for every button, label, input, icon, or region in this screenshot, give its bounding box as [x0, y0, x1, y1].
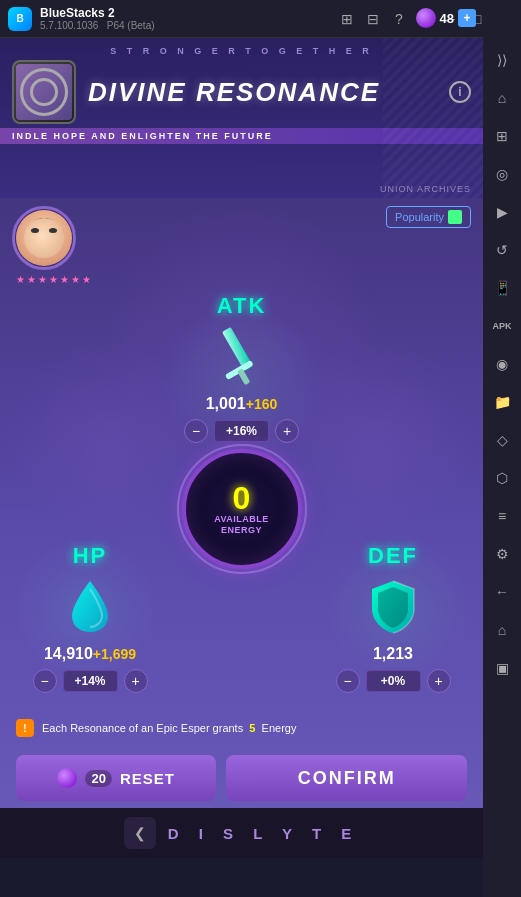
stats-area: ATK	[0, 293, 483, 713]
atk-increase-button[interactable]: +	[275, 419, 299, 443]
sidebar-location-icon[interactable]: ⬡	[487, 463, 517, 493]
app-version: 5.7.100.1036 P64 (Beta)	[40, 20, 337, 31]
warning-icon: !	[16, 719, 34, 737]
sidebar-play-icon[interactable]: ▶	[487, 197, 517, 227]
atk-label: ATK	[162, 293, 322, 319]
gem-icon	[416, 8, 436, 28]
atk-percent: +16%	[214, 420, 269, 442]
def-percent: +0%	[366, 670, 421, 692]
info-button[interactable]: i	[449, 81, 471, 103]
def-value: 1,213	[323, 645, 463, 663]
sidebar-expand-icon[interactable]: ⟩⟩	[487, 45, 517, 75]
energy-ring: 0 AVAILABLE ENERGY	[182, 449, 302, 569]
sidebar-folder-icon[interactable]: 📁	[487, 387, 517, 417]
popularity-indicator	[448, 210, 462, 224]
sidebar-layers-icon[interactable]: ≡	[487, 501, 517, 531]
character-section: ★ ★ ★ ★ ★ ★ ★ Popularity	[0, 198, 483, 293]
bottom-nav: ❮ D I S L Y T E	[0, 808, 483, 858]
notice-highlight: 5	[249, 722, 255, 734]
hp-stat: HP 14,910+1,699	[20, 543, 160, 693]
sidebar-gear-icon[interactable]: ⚙	[487, 539, 517, 569]
sidebar-back-icon[interactable]: ←	[487, 577, 517, 607]
sidebar-camera-icon[interactable]: ◉	[487, 349, 517, 379]
character-avatar	[12, 206, 76, 270]
subtitle-bar: INDLE HOPE AND ENLIGHTEN THE FUTURE	[0, 128, 483, 144]
atk-control: − +16% +	[162, 419, 322, 443]
info-notice: ! Each Resonance of an Epic Esper grants…	[0, 713, 483, 743]
layers-icon[interactable]: ⊟	[363, 9, 383, 29]
energy-circle: 0 AVAILABLE ENERGY	[182, 449, 302, 569]
sidebar-refresh-icon[interactable]: ↺	[487, 235, 517, 265]
drop-icon	[68, 579, 113, 634]
reset-button[interactable]: 20 RESET	[16, 755, 216, 801]
hp-control: − +14% +	[20, 669, 160, 693]
dislyte-text: D I S L Y T E	[168, 825, 360, 842]
help-icon[interactable]: ?	[389, 9, 409, 29]
sidebar-grid-icon[interactable]: ▣	[487, 653, 517, 683]
def-stat: DEF 1,213	[323, 543, 463, 693]
add-currency-button[interactable]: +	[458, 9, 476, 27]
window-icon[interactable]: ⊞	[337, 9, 357, 29]
hp-decrease-button[interactable]: −	[33, 669, 57, 693]
def-control: − +0% +	[323, 669, 463, 693]
banner-icon	[12, 60, 76, 124]
atk-decrease-button[interactable]: −	[184, 419, 208, 443]
circles-container: ATK	[10, 293, 473, 713]
sidebar-diamond-icon[interactable]: ◇	[487, 425, 517, 455]
sidebar-circle-icon[interactable]: ◎	[487, 159, 517, 189]
sidebar-home-icon[interactable]: ⌂	[487, 83, 517, 113]
confirm-button[interactable]: CONFIRM	[226, 755, 467, 801]
nav-back-button[interactable]: ❮	[124, 817, 156, 849]
hp-increase-button[interactable]: +	[124, 669, 148, 693]
banner-content: DIVINE RESONANCE i	[0, 56, 483, 128]
reset-label: RESET	[120, 770, 175, 787]
svg-rect-2	[237, 368, 250, 385]
def-label: DEF	[323, 543, 463, 569]
union-archives-label: UNION ARCHIVES	[380, 184, 471, 194]
popularity-button[interactable]: Popularity	[386, 206, 471, 228]
def-icon-area	[323, 571, 463, 641]
hp-label: HP	[20, 543, 160, 569]
def-decrease-button[interactable]: −	[336, 669, 360, 693]
app-name: BlueStacks 2	[40, 6, 337, 20]
header-banner: S T R O N G E R T O G E T H E R DIVINE R…	[0, 38, 483, 198]
app-logo: B	[8, 7, 32, 31]
atk-value: 1,001+160	[162, 395, 322, 413]
energy-glow	[177, 444, 307, 574]
confirm-label: CONFIRM	[298, 768, 396, 789]
notice-text: Each Resonance of an Epic Esper grants 5…	[42, 722, 296, 734]
hp-percent: +14%	[63, 670, 118, 692]
currency-bar: 48 +	[416, 8, 476, 28]
popularity-label: Popularity	[395, 211, 444, 223]
svg-rect-1	[225, 359, 254, 379]
sidebar-apk-icon[interactable]: APK	[487, 311, 517, 341]
tagline: S T R O N G E R T O G E T H E R	[0, 38, 483, 56]
stars-row: ★ ★ ★ ★ ★ ★ ★	[12, 270, 91, 285]
right-sidebar: ⟩⟩ ⌂ ⊞ ◎ ▶ ↺ 📱 APK ◉ 📁 ◇ ⬡ ≡ ⚙ ← ⌂ ▣	[483, 0, 521, 897]
currency-amount: 48	[440, 11, 454, 26]
reset-cost: 20	[85, 770, 111, 787]
shield-icon	[368, 579, 418, 634]
reset-gem-icon	[57, 768, 77, 788]
sidebar-multi-icon[interactable]: ⊞	[487, 121, 517, 151]
def-increase-button[interactable]: +	[427, 669, 451, 693]
game-area: S T R O N G E R T O G E T H E R DIVINE R…	[0, 38, 483, 858]
banner-title: DIVINE RESONANCE	[88, 79, 441, 105]
titlebar-info: BlueStacks 2 5.7.100.1036 P64 (Beta)	[40, 6, 337, 31]
sidebar-house-icon[interactable]: ⌂	[487, 615, 517, 645]
sidebar-mobile-icon[interactable]: 📱	[487, 273, 517, 303]
atk-stat: ATK	[162, 293, 322, 443]
sword-icon	[214, 324, 269, 389]
hp-icon-area	[20, 571, 160, 641]
bottom-buttons: 20 RESET CONFIRM	[0, 747, 483, 809]
hp-value: 14,910+1,699	[20, 645, 160, 663]
atk-icon-area	[162, 321, 322, 391]
